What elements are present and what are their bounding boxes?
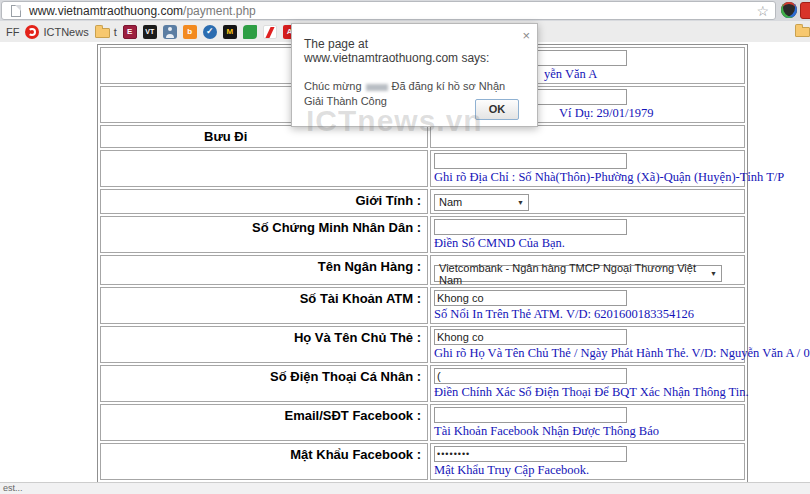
table-row: Giới Tính : Nam▼ bbox=[100, 189, 745, 214]
chevron-down-icon: ▼ bbox=[710, 270, 717, 277]
dialog-title: The page at www.vietnamtraothuong.com sa… bbox=[292, 24, 537, 65]
field-hint: Ghi rõ Họ Và Tên Chủ Thẻ / Ngày Phát Hàn… bbox=[434, 347, 741, 360]
browser-window: www.vietnamtraothuong.com/payment.php ☆ … bbox=[0, 0, 810, 494]
bookmark-star-icon[interactable]: ☆ bbox=[756, 4, 769, 18]
bookmark-site-check[interactable]: ✓ bbox=[203, 25, 217, 39]
bookmark-site-person[interactable] bbox=[163, 25, 177, 39]
row-label: Số Tài Khoản ATM : bbox=[100, 287, 428, 324]
bookmark-folder-t[interactable]: t bbox=[95, 26, 117, 38]
site-check-icon: ✓ bbox=[203, 25, 217, 39]
bookmark-site-leaf[interactable] bbox=[243, 25, 257, 39]
site-e-icon: E bbox=[123, 25, 137, 39]
close-icon[interactable]: × bbox=[522, 29, 530, 42]
extension-colorwheel-icon[interactable] bbox=[781, 2, 797, 18]
table-row: Số Tài Khoản ATM : Số Nổi In Trên Thẻ AT… bbox=[100, 287, 745, 324]
row-label: Họ Và Tên Chủ Thẻ : bbox=[100, 326, 428, 363]
bookmark-label: t bbox=[114, 26, 117, 38]
gender-select[interactable]: Nam▼ bbox=[434, 194, 529, 211]
bookmark-site-vt[interactable]: VT bbox=[143, 25, 157, 39]
bookmark-site-b[interactable]: b bbox=[183, 25, 197, 39]
bookmark-label: FF bbox=[6, 26, 19, 38]
table-row: Số Chứng Minh Nhân Dân : Điền Số CMND Củ… bbox=[100, 216, 745, 253]
table-row: Mật Khẩu Facebook : Mật Khẩu Truy Cập Fa… bbox=[100, 443, 745, 480]
ictnews-swirl-icon bbox=[25, 25, 39, 39]
table-row: Họ Và Tên Chủ Thẻ : Ghi rõ Họ Và Tên Chủ… bbox=[100, 326, 745, 363]
field-hint: Ghi rõ Địa Chỉ : Số Nhà(Thôn)-Phường (Xã… bbox=[434, 171, 741, 184]
facebook-email-input[interactable] bbox=[434, 407, 627, 423]
url-path: /payment.php bbox=[183, 4, 256, 18]
field-hint: Số Nổi In Trên Thẻ ATM. V/D: 62016001833… bbox=[434, 308, 741, 321]
site-b-icon: b bbox=[183, 25, 197, 39]
facebook-password-input[interactable] bbox=[434, 446, 627, 462]
status-bar: est... bbox=[0, 482, 810, 494]
bookmark-site-m[interactable]: M bbox=[223, 25, 237, 39]
page-icon bbox=[11, 5, 21, 17]
phone-input[interactable] bbox=[434, 368, 627, 384]
field-hint: Mật Khẩu Truy Cập Facebook. bbox=[434, 464, 741, 477]
site-m-icon: M bbox=[223, 25, 237, 39]
table-row: Tên Ngân Hàng : Vietcombank - Ngân hàng … bbox=[100, 255, 745, 286]
select-value: Nam bbox=[439, 196, 462, 208]
site-vt-icon: VT bbox=[143, 25, 157, 39]
dialog-message-prefix: Chúc mừng bbox=[304, 80, 362, 92]
status-text: est... bbox=[3, 483, 23, 493]
site-s-icon bbox=[263, 25, 277, 39]
select-value: Vietcombank - Ngân hàng TMCP Ngoại Thươn… bbox=[439, 262, 710, 286]
row-label: Email/SĐT Facebook : bbox=[100, 404, 428, 441]
row-label: Số Chứng Minh Nhân Dân : bbox=[100, 216, 428, 253]
atm-account-input[interactable] bbox=[434, 290, 627, 306]
field-hint: yễn Văn A bbox=[544, 68, 741, 81]
field-hint: Điền Số CMND Của Bạn. bbox=[434, 237, 741, 250]
site-leaf-icon bbox=[243, 25, 257, 39]
row-label: Số Điện Thoại Cá Nhân : bbox=[100, 365, 428, 402]
table-row: Email/SĐT Facebook : Tài Khoản Facebook … bbox=[100, 404, 745, 441]
id-number-input[interactable] bbox=[434, 219, 627, 235]
cardholder-name-input[interactable] bbox=[434, 329, 627, 345]
table-row: Ghi rõ Địa Chỉ : Số Nhà(Thôn)-Phường (Xã… bbox=[100, 150, 745, 187]
browser-toolbar: www.vietnamtraothuong.com/payment.php ☆ bbox=[0, 0, 810, 21]
row-label: Bưu Đi bbox=[100, 125, 428, 148]
chevron-down-icon: ▼ bbox=[517, 199, 524, 206]
field-hint: Điền Chính Xác Số Điện Thoại Để BQT Xác … bbox=[434, 386, 741, 399]
bookmark-ictnews[interactable]: ICTNews bbox=[25, 25, 88, 39]
row-label: Giới Tính : bbox=[100, 189, 428, 214]
ok-button[interactable]: OK bbox=[475, 99, 519, 120]
table-row: Bưu Đi bbox=[100, 125, 745, 148]
row-label: Mật Khẩu Facebook : bbox=[100, 443, 428, 480]
bookmark-ff[interactable]: FF bbox=[6, 26, 19, 38]
bookmark-site-s[interactable] bbox=[263, 25, 277, 39]
row-label bbox=[100, 150, 428, 187]
folder-icon bbox=[95, 28, 110, 38]
extension-red-icon[interactable] bbox=[800, 2, 810, 19]
row-label: Tên Ngân Hàng : bbox=[100, 255, 428, 286]
site-person-icon bbox=[163, 25, 177, 39]
folder-icon-right[interactable] bbox=[795, 27, 810, 37]
redacted-name bbox=[366, 84, 388, 91]
alert-dialog: The page at www.vietnamtraothuong.com sa… bbox=[291, 23, 538, 127]
bookmark-site-e[interactable]: E bbox=[123, 25, 137, 39]
address-bar[interactable]: www.vietnamtraothuong.com/payment.php ☆ bbox=[1, 1, 776, 20]
url-text: www.vietnamtraothuong.com/payment.php bbox=[29, 4, 256, 18]
bank-select[interactable]: Vietcombank - Ngân hàng TMCP Ngoại Thươn… bbox=[434, 265, 722, 282]
field-hint: Tài Khoản Facebook Nhận Được Thông Báo bbox=[434, 425, 741, 438]
address-input[interactable] bbox=[434, 153, 627, 169]
field-hint: Ví Dụ: 29/01/1979 bbox=[559, 107, 741, 120]
table-row: Số Điện Thoại Cá Nhân : Điền Chính Xác S… bbox=[100, 365, 745, 402]
bookmark-label: ICTNews bbox=[43, 26, 88, 38]
